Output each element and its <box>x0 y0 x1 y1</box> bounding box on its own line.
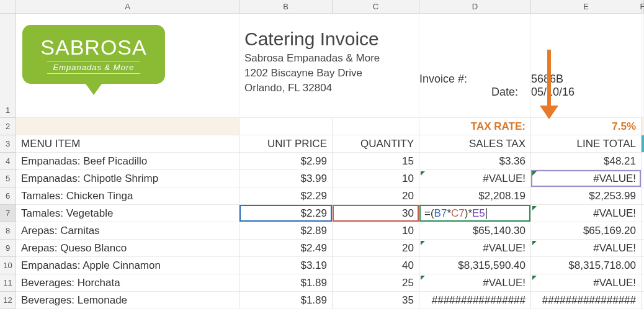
cell-B12[interactable]: $1.89 <box>239 292 333 309</box>
col-header-E[interactable]: E <box>531 0 642 14</box>
tax-rate-value[interactable]: 7.5% <box>531 118 642 135</box>
cell-F4[interactable] <box>642 153 644 170</box>
cell-E7[interactable]: #VALUE! <box>531 205 642 222</box>
row-header-3[interactable]: 3 <box>0 135 16 153</box>
cell-F10[interactable] <box>642 257 644 274</box>
cell-F6[interactable] <box>642 187 644 205</box>
invoice-no-label: Invoice #: <box>419 73 530 86</box>
company-name: Sabrosa Empanadas & More <box>244 52 419 65</box>
cell-E12[interactable]: ################ <box>531 292 642 309</box>
row-header-1[interactable]: 1 <box>0 14 16 118</box>
cell-A2[interactable] <box>16 118 239 135</box>
select-all-corner[interactable] <box>0 0 16 14</box>
cell-D6[interactable]: $2,208.19 <box>419 187 531 205</box>
cell-F11[interactable] <box>642 274 644 292</box>
cell-D10[interactable]: $8,315,590.40 <box>419 257 531 274</box>
cell-F8[interactable] <box>642 222 644 240</box>
col-line-total[interactable]: LINE TOTAL <box>531 135 642 153</box>
cell-B10[interactable]: $3.19 <box>239 257 333 274</box>
spreadsheet-grid[interactable]: A B C D E F 1 SABROSA Empanadas & More C… <box>0 0 644 309</box>
cell-D9[interactable]: #VALUE! <box>419 240 531 257</box>
cell-D11[interactable]: #VALUE! <box>419 274 531 292</box>
cell-E11[interactable]: #VALUE! <box>531 274 642 292</box>
cell-B2[interactable] <box>239 118 333 135</box>
col-quantity[interactable]: QUANTITY <box>333 135 419 153</box>
row-header-12[interactable]: 12 <box>0 292 16 309</box>
cell-A4[interactable]: Empanadas: Beef Picadillo <box>16 153 239 170</box>
row-header-9[interactable]: 9 <box>0 240 16 257</box>
page-title: Catering Invoice <box>244 29 419 50</box>
cell-A9[interactable]: Arepas: Queso Blanco <box>16 240 239 257</box>
cell-A12[interactable]: Beverages: Lemonade <box>16 292 239 309</box>
cell-A5[interactable]: Empanadas: Chipotle Shrimp <box>16 170 239 187</box>
row-header-11[interactable]: 11 <box>0 274 16 292</box>
row-header-8[interactable]: 8 <box>0 222 16 240</box>
cell-D8[interactable]: $65,140.30 <box>419 222 531 240</box>
cell-B4[interactable]: $2.99 <box>239 153 333 170</box>
cell-C6[interactable]: 20 <box>333 187 419 205</box>
cell-F3[interactable] <box>642 135 644 153</box>
invoice-no-value: 5686B <box>531 73 641 86</box>
cell-C12[interactable]: 35 <box>333 292 419 309</box>
cell-B6[interactable]: $2.29 <box>239 187 333 205</box>
text-cursor-icon <box>486 208 487 219</box>
row-header-6[interactable]: 6 <box>0 187 16 205</box>
cell-F5[interactable] <box>642 170 644 187</box>
cell-A7[interactable]: Tamales: Vegetable <box>16 205 239 222</box>
row-header-10[interactable]: 10 <box>0 257 16 274</box>
col-sales-tax[interactable]: SALES TAX <box>419 135 531 153</box>
cell-D4[interactable]: $3.36 <box>419 153 531 170</box>
formula-text: =(B7*C7)*E5 <box>424 207 485 220</box>
cell-F9[interactable] <box>642 240 644 257</box>
cell-A6[interactable]: Tamales: Chicken Tinga <box>16 187 239 205</box>
cell-B5[interactable]: $3.99 <box>239 170 333 187</box>
cell-E6[interactable]: $2,253.99 <box>531 187 642 205</box>
col-menu-item[interactable]: MENU ITEM <box>16 135 239 153</box>
cell-E8[interactable]: $65,169.20 <box>531 222 642 240</box>
cell-C7[interactable]: 30 <box>333 205 419 222</box>
cell-D12[interactable]: ################ <box>419 292 531 309</box>
col-unit-price[interactable]: UNIT PRICE <box>239 135 333 153</box>
row-header-7[interactable]: 7 <box>0 205 16 222</box>
row-header-5[interactable]: 5 <box>0 170 16 187</box>
cell-A10[interactable]: Empanadas: Apple Cinnamon <box>16 257 239 274</box>
cell-B7[interactable]: $2.29 <box>239 205 333 222</box>
cell-E4[interactable]: $48.21 <box>531 153 642 170</box>
logo-tagline: Empanadas & More <box>47 61 141 74</box>
address-line-2: Orlando, FL 32804 <box>244 82 419 94</box>
cell-D5[interactable]: #VALUE! <box>419 170 531 187</box>
cell-B11[interactable]: $1.89 <box>239 274 333 292</box>
col-header-C[interactable]: C <box>333 0 419 14</box>
col-header-B[interactable]: B <box>239 0 333 14</box>
cell-E5[interactable]: #VALUE! <box>531 170 642 187</box>
cell-C8[interactable]: 10 <box>333 222 419 240</box>
logo-text: SABROSA <box>40 35 146 60</box>
cell-A11[interactable]: Beverages: Horchata <box>16 274 239 292</box>
cell-C4[interactable]: 15 <box>333 153 419 170</box>
cell-E10[interactable]: $8,315,718.00 <box>531 257 642 274</box>
col-header-A[interactable]: A <box>16 0 239 14</box>
invoice-header-area: SABROSA Empanadas & More Catering Invoic… <box>16 14 644 118</box>
date-label: Date: <box>419 86 530 99</box>
cell-C2[interactable] <box>333 118 419 135</box>
tax-rate-label[interactable]: TAX RATE: <box>419 118 531 135</box>
cell-E9[interactable]: #VALUE! <box>531 240 642 257</box>
cell-F2[interactable] <box>642 118 644 135</box>
address-line-1: 1202 Biscayne Bay Drive <box>244 67 419 79</box>
cell-F12[interactable] <box>642 292 644 309</box>
row-header-2[interactable]: 2 <box>0 118 16 135</box>
col-header-D[interactable]: D <box>419 0 531 14</box>
cell-D7-editing[interactable]: =(B7*C7)*E5 <box>419 205 531 222</box>
cell-F7[interactable] <box>642 205 644 222</box>
col-header-F[interactable]: F <box>642 0 644 14</box>
cell-B8[interactable]: $2.89 <box>239 222 333 240</box>
row-header-4[interactable]: 4 <box>0 153 16 170</box>
cell-A8[interactable]: Arepas: Carnitas <box>16 222 239 240</box>
logo: SABROSA Empanadas & More <box>22 25 165 93</box>
date-value: 05/10/16 <box>531 86 641 99</box>
cell-B9[interactable]: $2.49 <box>239 240 333 257</box>
cell-C9[interactable]: 20 <box>333 240 419 257</box>
cell-C11[interactable]: 25 <box>333 274 419 292</box>
cell-C5[interactable]: 10 <box>333 170 419 187</box>
cell-C10[interactable]: 40 <box>333 257 419 274</box>
